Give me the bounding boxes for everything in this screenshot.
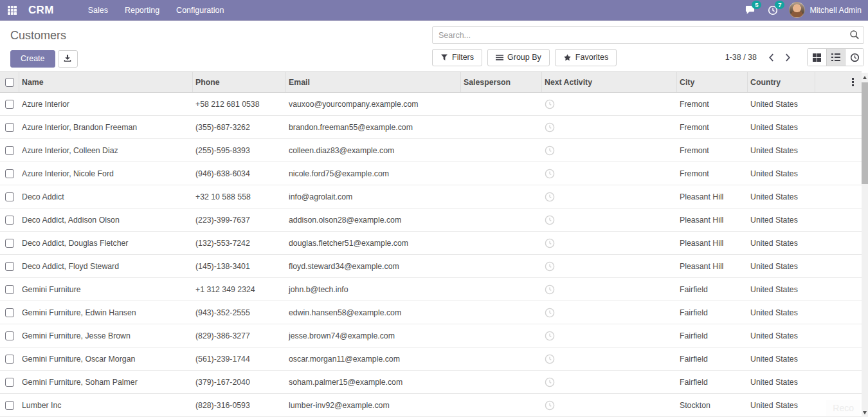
cell-email[interactable]: brandon.freeman55@example.com (286, 116, 461, 138)
schedule-activity-clock-icon[interactable] (545, 99, 555, 109)
cell-salesperson[interactable] (461, 301, 542, 324)
schedule-activity-clock-icon[interactable] (545, 400, 555, 411)
cell-salesperson[interactable] (461, 324, 542, 347)
cell-name[interactable]: Azure Interior, Brandon Freeman (19, 116, 193, 138)
app-brand[interactable]: CRM (28, 4, 54, 17)
group-by-button[interactable]: Group By (487, 49, 550, 66)
schedule-activity-clock-icon[interactable] (545, 308, 555, 318)
cell-country[interactable]: United States (748, 208, 815, 231)
list-view-button[interactable] (826, 49, 845, 66)
cell-country[interactable]: United States (748, 371, 815, 393)
row-checkbox[interactable] (5, 216, 14, 225)
cell-name[interactable]: Deco Addict (19, 185, 193, 208)
cell-country[interactable]: United States (748, 348, 815, 370)
row-checkbox[interactable] (5, 355, 14, 364)
cell-email[interactable]: oscar.morgan11@example.com (286, 348, 461, 370)
cell-email[interactable]: douglas.fletcher51@example.com (286, 232, 461, 254)
column-header-name[interactable]: Name (19, 72, 193, 92)
cell-city[interactable]: Fremont (677, 116, 748, 138)
cell-email[interactable]: floyd.steward34@example.com (286, 255, 461, 277)
cell-name[interactable]: Deco Addict, Douglas Fletcher (19, 232, 193, 254)
table-row[interactable]: Gemini Furniture, Edwin Hansen (943)-352… (0, 301, 862, 324)
select-all-checkbox[interactable] (5, 78, 14, 87)
cell-salesperson[interactable] (461, 348, 542, 370)
schedule-activity-clock-icon[interactable] (545, 238, 555, 248)
row-checkbox[interactable] (5, 146, 14, 155)
column-header-country[interactable]: Country (748, 72, 815, 92)
cell-phone[interactable]: (379)-167-2040 (193, 371, 286, 393)
row-checkbox[interactable] (5, 401, 14, 410)
cell-country[interactable]: United States (748, 278, 815, 301)
cell-salesperson[interactable] (461, 139, 542, 162)
search-input[interactable] (432, 26, 864, 44)
cell-email[interactable]: nicole.ford75@example.com (286, 162, 461, 185)
menu-reporting[interactable]: Reporting (118, 1, 167, 20)
cell-email[interactable]: john.b@tech.info (286, 278, 461, 301)
column-header-city[interactable]: City (677, 72, 748, 92)
row-checkbox[interactable] (5, 262, 14, 271)
cell-phone[interactable]: (561)-239-1744 (193, 348, 286, 370)
row-checkbox[interactable] (5, 169, 14, 178)
cell-phone[interactable]: (355)-687-3262 (193, 116, 286, 138)
cell-city[interactable]: Pleasant Hill (677, 232, 748, 254)
cell-city[interactable]: Pleasant Hill (677, 185, 748, 208)
cell-email[interactable]: vauxoo@yourcompany.example.com (286, 93, 461, 115)
cell-salesperson[interactable] (461, 93, 542, 115)
pager-previous-button[interactable] (763, 50, 779, 65)
cell-salesperson[interactable] (461, 278, 542, 301)
cell-country[interactable]: United States (748, 255, 815, 277)
cell-phone[interactable]: (829)-386-3277 (193, 324, 286, 347)
cell-country[interactable]: United States (748, 324, 815, 347)
cell-city[interactable]: Pleasant Hill (677, 255, 748, 277)
cell-name[interactable]: Deco Addict, Floyd Steward (19, 255, 193, 277)
table-row[interactable]: Deco Addict, Floyd Steward (145)-138-340… (0, 255, 862, 278)
cell-salesperson[interactable] (461, 371, 542, 393)
column-header-salesperson[interactable]: Salesperson (461, 72, 542, 92)
scrollbar-thumb[interactable] (862, 82, 868, 184)
scroll-up-button[interactable] (862, 73, 868, 82)
cell-salesperson[interactable] (461, 394, 542, 416)
cell-name[interactable]: Gemini Furniture, Edwin Hansen (19, 301, 193, 324)
row-checkbox[interactable] (5, 239, 14, 248)
cell-salesperson[interactable] (461, 208, 542, 231)
row-checkbox[interactable] (5, 123, 14, 132)
schedule-activity-clock-icon[interactable] (545, 145, 555, 156)
table-row[interactable]: Lumber Inc (828)-316-0593 lumber-inv92@e… (0, 394, 862, 417)
column-header-next-activity[interactable]: Next Activity (542, 72, 677, 92)
cell-name[interactable]: Lumber Inc (19, 394, 193, 416)
cell-phone[interactable]: (145)-138-3401 (193, 255, 286, 277)
cell-city[interactable]: Fremont (677, 162, 748, 185)
cell-name[interactable]: Gemini Furniture, Oscar Morgan (19, 348, 193, 370)
cell-name[interactable]: Gemini Furniture, Jesse Brown (19, 324, 193, 347)
pager-next-button[interactable] (780, 50, 795, 65)
row-checkbox[interactable] (5, 331, 14, 340)
cell-salesperson[interactable] (461, 185, 542, 208)
table-row[interactable]: Deco Addict, Addison Olson (223)-399-763… (0, 208, 862, 232)
cell-email[interactable]: colleen.diaz83@example.com (286, 139, 461, 162)
cell-city[interactable]: Fairfield (677, 301, 748, 324)
cell-email[interactable]: jesse.brown74@example.com (286, 324, 461, 347)
kanban-view-button[interactable] (808, 49, 826, 66)
filters-button[interactable]: Filters (432, 49, 482, 66)
cell-country[interactable]: United States (748, 185, 815, 208)
table-row[interactable]: Azure Interior, Colleen Diaz (255)-595-8… (0, 139, 862, 162)
schedule-activity-clock-icon[interactable] (545, 192, 555, 202)
table-row[interactable]: Azure Interior +58 212 681 0538 vauxoo@y… (0, 93, 862, 116)
cell-country[interactable]: United States (748, 301, 815, 324)
cell-email[interactable]: lumber-inv92@example.com (286, 394, 461, 416)
cell-phone[interactable]: (223)-399-7637 (193, 208, 286, 231)
cell-name[interactable]: Gemini Furniture, Soham Palmer (19, 371, 193, 393)
cell-phone[interactable]: (828)-316-0593 (193, 394, 286, 416)
export-button[interactable] (58, 50, 78, 68)
cell-country[interactable]: United States (748, 93, 815, 115)
cell-country[interactable]: United States (748, 162, 815, 185)
menu-configuration[interactable]: Configuration (169, 1, 231, 20)
cell-email[interactable]: edwin.hansen58@example.com (286, 301, 461, 324)
cell-salesperson[interactable] (461, 255, 542, 277)
create-button[interactable]: Create (10, 50, 55, 68)
activities-button[interactable]: 7 (766, 4, 780, 17)
cell-city[interactable]: Pleasant Hill (677, 208, 748, 231)
favorites-button[interactable]: Favorites (555, 49, 617, 66)
schedule-activity-clock-icon[interactable] (545, 354, 555, 364)
table-row[interactable]: Gemini Furniture, Soham Palmer (379)-167… (0, 371, 862, 394)
